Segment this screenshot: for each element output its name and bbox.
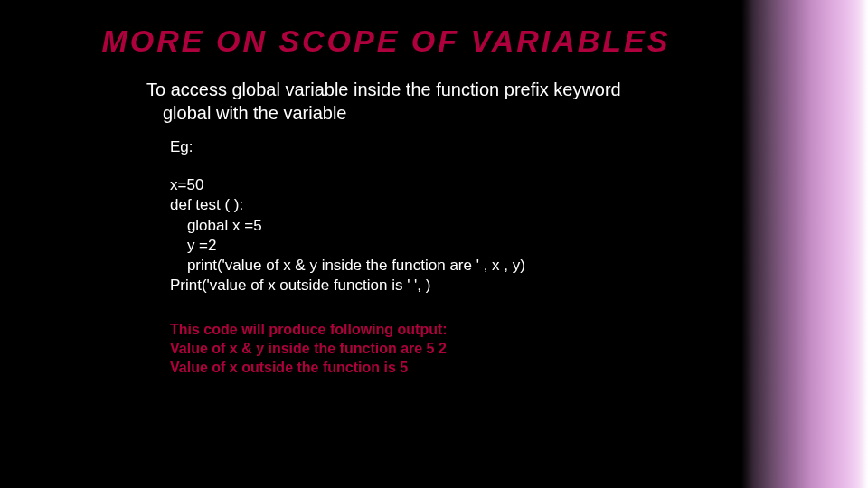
example-label: Eg:: [63, 137, 709, 157]
output-text: This code will produce following output:…: [63, 321, 709, 377]
intro-text: To access global variable inside the fun…: [63, 79, 709, 125]
code-example: x=50 def test ( ): global x =5 y =2 prin…: [63, 175, 709, 296]
background-gradient: [741, 0, 868, 488]
slide-content: MORE ON SCOPE OF VARIABLES To access glo…: [38, 16, 734, 472]
slide-title: MORE ON SCOPE OF VARIABLES: [96, 23, 677, 59]
